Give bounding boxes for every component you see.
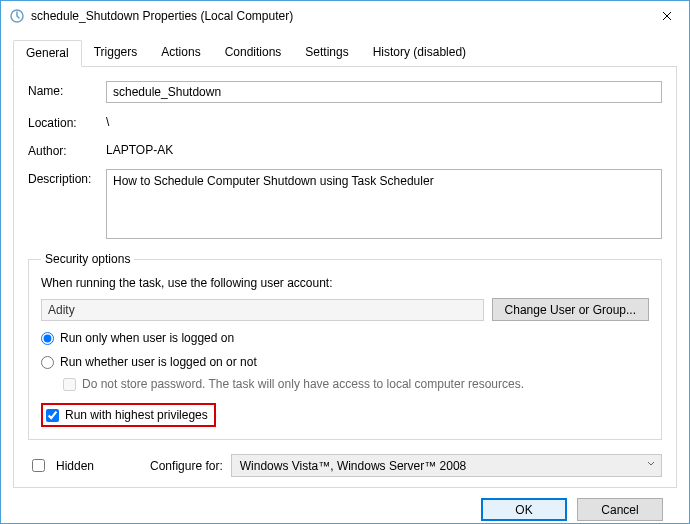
author-value: LAPTOP-AK: [106, 141, 662, 159]
configure-for-label: Configure for:: [150, 459, 223, 473]
configure-for-value: Windows Vista™, Windows Server™ 2008: [240, 459, 467, 473]
highest-privileges-highlight: Run with highest privileges: [41, 403, 216, 427]
security-options-group: Security options When running the task, …: [28, 252, 662, 440]
properties-dialog: schedule_Shutdown Properties (Local Comp…: [0, 0, 690, 524]
description-input[interactable]: [106, 169, 662, 239]
name-input[interactable]: [106, 81, 662, 103]
security-legend: Security options: [41, 252, 134, 266]
change-user-button[interactable]: Change User or Group...: [492, 298, 649, 321]
titlebar: schedule_Shutdown Properties (Local Comp…: [1, 1, 689, 31]
close-button[interactable]: [644, 1, 689, 31]
tab-settings[interactable]: Settings: [293, 40, 360, 67]
tab-strip: General Triggers Actions Conditions Sett…: [13, 39, 677, 67]
run-logged-on-label: Run only when user is logged on: [60, 331, 234, 345]
no-store-password-label: Do not store password. The task will onl…: [82, 377, 524, 391]
no-store-password-checkbox: [63, 378, 76, 391]
clock-icon: [9, 8, 25, 24]
cancel-button[interactable]: Cancel: [577, 498, 663, 521]
description-label: Description:: [28, 169, 106, 186]
tab-history[interactable]: History (disabled): [361, 40, 478, 67]
dialog-body: General Triggers Actions Conditions Sett…: [1, 31, 689, 524]
hidden-label: Hidden: [56, 459, 94, 473]
highest-privileges-checkbox[interactable]: [46, 409, 59, 422]
location-value: \: [106, 113, 662, 131]
hidden-checkbox[interactable]: [32, 459, 45, 472]
chevron-down-icon: [647, 460, 655, 468]
tab-conditions[interactable]: Conditions: [213, 40, 294, 67]
user-account-display: Adity: [41, 299, 484, 321]
tab-triggers[interactable]: Triggers: [82, 40, 150, 67]
author-label: Author:: [28, 141, 106, 158]
run-whether-radio[interactable]: [41, 356, 54, 369]
window-title: schedule_Shutdown Properties (Local Comp…: [31, 9, 644, 23]
tab-general[interactable]: General: [13, 40, 82, 67]
general-panel: Name: Location: \ Author: LAPTOP-AK Desc…: [13, 67, 677, 488]
run-whether-label: Run whether user is logged on or not: [60, 355, 257, 369]
name-label: Name:: [28, 81, 106, 98]
highest-privileges-label: Run with highest privileges: [65, 408, 208, 422]
configure-for-select[interactable]: Windows Vista™, Windows Server™ 2008: [231, 454, 662, 477]
account-prompt: When running the task, use the following…: [41, 276, 649, 290]
location-label: Location:: [28, 113, 106, 130]
dialog-footer: OK Cancel: [13, 488, 677, 521]
ok-button[interactable]: OK: [481, 498, 567, 521]
tab-actions[interactable]: Actions: [149, 40, 212, 67]
run-logged-on-radio[interactable]: [41, 332, 54, 345]
